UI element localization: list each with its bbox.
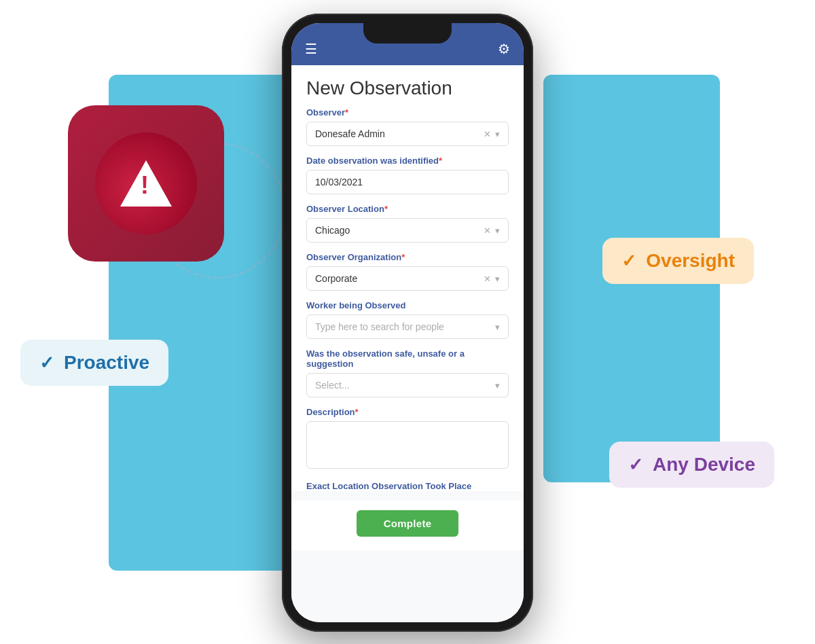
safe-unsafe-field: Was the observation safe, unsafe or a su… [306,348,509,397]
gear-icon[interactable]: ⚙ [498,41,510,57]
anydevice-badge: ✓ Any Device [609,442,774,488]
oversight-badge: ✓ Oversight [602,238,754,284]
complete-button[interactable]: Complete [357,510,459,537]
oversight-check-icon: ✓ [621,251,636,272]
worker-chevron-icon[interactable]: ▾ [495,322,500,332]
worker-placeholder: Type here to search for people [315,321,444,332]
proactive-badge: ✓ Proactive [20,340,168,386]
description-input[interactable] [306,421,509,469]
safe-unsafe-chevron-icon[interactable]: ▾ [495,380,500,391]
organization-controls: ✕ ▾ [484,274,500,284]
organization-value: Corporate [315,273,357,284]
phone-outer-shell: ☰ ⚙ New Observation Observer* Donesafe A… [282,14,533,632]
anydevice-label: Any Device [653,454,755,476]
hamburger-icon[interactable]: ☰ [305,41,317,57]
observer-clear-icon[interactable]: ✕ [484,129,491,139]
observer-controls: ✕ ▾ [484,129,500,139]
phone-screen: ☰ ⚙ New Observation Observer* Donesafe A… [291,23,524,622]
date-field: Date observation was identified* 10/03/2… [306,156,509,194]
page-title: New Observation [291,65,524,107]
safe-unsafe-label: Was the observation safe, unsafe or a su… [306,348,509,369]
location-label: Observer Location* [306,204,509,214]
observer-chevron-icon[interactable]: ▾ [495,129,500,139]
date-label: Date observation was identified* [306,156,509,166]
observer-value: Donesafe Admin [315,128,385,139]
location-clear-icon[interactable]: ✕ [484,226,491,236]
observer-field: Observer* Donesafe Admin ✕ ▾ [306,107,509,146]
proactive-check-icon: ✓ [39,353,54,374]
observer-input[interactable]: Donesafe Admin ✕ ▾ [306,122,509,146]
organization-chevron-icon[interactable]: ▾ [495,274,500,284]
worker-input[interactable]: Type here to search for people ▾ [306,315,509,339]
observer-label: Observer* [306,107,509,118]
proactive-label: Proactive [64,352,149,374]
safe-unsafe-placeholder: Select... [315,380,350,391]
warning-icon-box [68,105,224,262]
warning-triangle-icon [120,160,172,207]
exact-location-label: Exact Location Observation Took Place [306,481,509,491]
organization-clear-icon[interactable]: ✕ [484,274,491,284]
location-input[interactable]: Chicago ✕ ▾ [306,218,509,243]
exact-location-field: Exact Location Observation Took Place [306,481,509,491]
phone-mockup: ☰ ⚙ New Observation Observer* Donesafe A… [282,14,533,632]
location-chevron-icon[interactable]: ▾ [495,226,500,236]
date-input[interactable]: 10/03/2021 [306,170,509,194]
description-field: Description* [306,407,509,471]
location-controls: ✕ ▾ [484,226,500,236]
location-field: Observer Location* Chicago ✕ ▾ [306,204,509,243]
organization-label: Observer Organization* [306,252,509,262]
oversight-label: Oversight [646,250,735,272]
safe-unsafe-input[interactable]: Select... ▾ [306,373,509,397]
location-value: Chicago [315,225,350,236]
organization-input[interactable]: Corporate ✕ ▾ [306,266,509,291]
warning-icon-inner [95,132,197,234]
anydevice-check-icon: ✓ [628,454,643,476]
description-label: Description* [306,407,509,417]
form-content: New Observation Observer* Donesafe Admin… [291,65,524,622]
worker-field: Worker being Observed Type here to searc… [306,300,509,339]
phone-notch [363,23,452,43]
observation-form: Observer* Donesafe Admin ✕ ▾ [291,107,524,491]
complete-btn-bar: Complete [291,501,524,550]
organization-field: Observer Organization* Corporate ✕ ▾ [306,252,509,291]
worker-label: Worker being Observed [306,300,509,310]
